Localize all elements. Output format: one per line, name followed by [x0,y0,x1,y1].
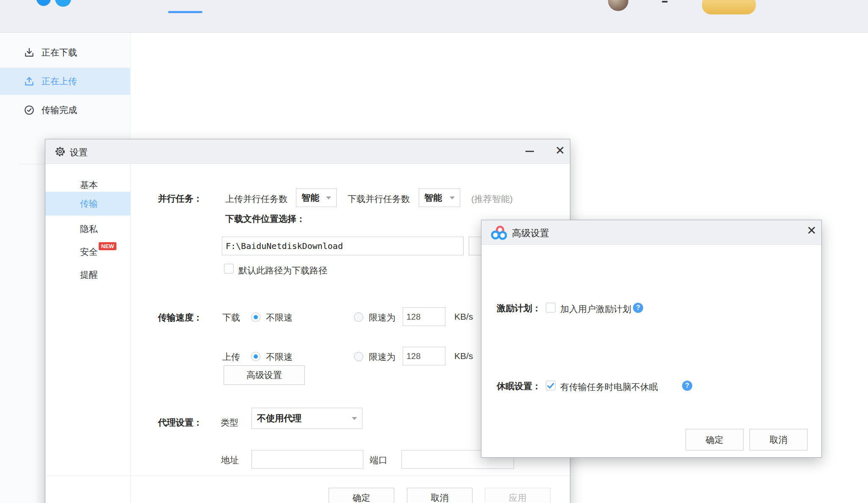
username-text [662,1,668,3]
sidebar-item-completed[interactable]: 传输完成 [0,97,130,124]
upload-unlimited-radio[interactable] [251,352,260,361]
proxy-label: 代理设置： [158,417,202,428]
sidebar-item-label: 正在上传 [41,75,77,87]
top-bar [0,0,868,33]
speed-row-download-label: 下载 [222,312,240,323]
tab-privacy[interactable]: 隐私 [45,217,130,241]
app-logo-icon [55,0,71,7]
sidebar-item-label: 正在下载 [41,47,77,58]
download-limit-input[interactable] [403,307,445,326]
sleep-label: 休眠设置： [497,380,541,392]
incentive-checkbox[interactable] [546,303,556,312]
sidebar-item-downloading[interactable]: 正在下载 [0,39,130,66]
download-unlimited-label: 不限速 [266,312,293,323]
upload-limit-label: 限速为 [369,351,395,363]
incentive-checkbox-label: 加入用户激励计划 [560,303,631,315]
close-icon[interactable]: ✕ [807,225,816,237]
netdisk-logo-icon [491,225,507,240]
default-path-checkbox[interactable] [224,264,234,274]
advanced-dialog-title: 高级设置 [512,227,549,240]
upload-parallel-select[interactable]: 智能 [296,188,337,207]
sleep-checkbox[interactable] [546,381,556,390]
question-icon[interactable]: ? [682,381,692,391]
sidebar-item-uploading[interactable]: 正在上传 [0,68,130,95]
check-circle-icon [24,105,35,116]
minimize-button[interactable] [525,151,534,152]
proxy-type-label: 类型 [221,417,238,428]
advanced-ok-button[interactable]: 确定 [686,429,744,450]
proxy-type-select[interactable]: 不使用代理 [252,408,362,429]
upload-limit-input[interactable] [403,347,445,365]
incentive-label: 激励计划： [497,302,541,314]
upload-limit-unit: KB/s [454,351,473,361]
speed-label: 传输速度： [158,312,202,323]
question-icon[interactable]: ? [633,303,643,313]
settings-titlebar: 设置 ✕ [45,139,570,164]
tab-reminder[interactable]: 提醒 [45,263,130,287]
new-badge: NEW [99,242,116,250]
advanced-settings-dialog: 高级设置 ✕ 激励计划： 加入用户激励计划 ? 休眠设置： 有传输任务时电脑不休… [481,220,822,458]
download-parallel-label: 下载并行任务数 [348,193,410,205]
tab-label: 传输 [80,198,98,210]
download-limit-label: 限速为 [369,312,395,323]
footer-divider [45,475,570,476]
parallel-tasks-label: 并行任务： [158,193,202,205]
settings-ok-button[interactable]: 确定 [329,488,394,503]
proxy-port-label: 端口 [370,454,387,466]
app-logo-icon [36,0,51,6]
download-path-input[interactable] [222,237,464,255]
settings-dialog-title: 设置 [70,146,88,158]
cancel-button-label: 取消 [770,434,788,446]
settings-cancel-button[interactable]: 取消 [407,488,473,503]
chevron-down-icon [352,417,357,420]
settings-tab-column: 基本 传输 隐私 安全 NEW 提醒 [45,164,131,503]
check-icon [547,383,554,389]
tab-label: 提醒 [80,269,98,281]
download-limit-unit: KB/s [454,312,473,322]
proxy-type-value: 不使用代理 [257,412,301,424]
proxy-address-input[interactable] [252,450,363,469]
advanced-settings-button[interactable]: 高级设置 [224,365,305,385]
upload-parallel-value: 智能 [301,192,319,204]
active-tab-underline [168,11,202,13]
sidebar-item-label: 传输完成 [41,104,77,116]
download-unlimited-radio[interactable] [251,312,260,322]
download-parallel-select[interactable]: 智能 [419,188,460,207]
speed-row-upload-label: 上传 [222,351,240,363]
gear-icon [55,146,66,157]
sleep-checkbox-label: 有传输任务时电脑不休眠 [560,381,658,393]
tab-transfer[interactable]: 传输 [45,192,130,216]
close-icon[interactable]: ✕ [555,145,565,157]
upload-parallel-label: 上传并行任务数 [225,193,287,205]
download-icon [24,47,35,58]
cancel-button-label: 取消 [431,492,449,503]
tab-label: 隐私 [80,223,98,235]
advanced-settings-button-label: 高级设置 [246,369,282,381]
ok-button-label: 确定 [353,492,370,503]
avatar[interactable] [608,0,628,11]
chevron-down-icon [450,196,455,199]
settings-apply-button[interactable]: 应用 [485,488,550,503]
vip-button[interactable] [702,0,756,14]
download-limit-radio[interactable] [354,312,363,322]
download-parallel-value: 智能 [424,192,442,204]
tab-security[interactable]: 安全 NEW [45,240,130,264]
advanced-cancel-button[interactable]: 取消 [749,429,807,450]
chevron-down-icon [326,196,331,199]
tab-label: 基本 [80,179,98,191]
parallel-hint: (推荐智能) [471,193,513,205]
advanced-titlebar: 高级设置 ✕ [481,220,821,245]
apply-button-label: 应用 [509,492,527,503]
proxy-address-label: 地址 [221,454,239,466]
upload-limit-radio[interactable] [354,352,363,361]
default-path-checkbox-label: 默认此路径为下载路径 [238,265,327,276]
tab-label: 安全 [80,246,98,258]
upload-icon [24,76,35,87]
ok-button-label: 确定 [706,434,724,446]
upload-unlimited-label: 不限速 [266,351,293,363]
download-location-label: 下载文件位置选择： [225,213,305,225]
